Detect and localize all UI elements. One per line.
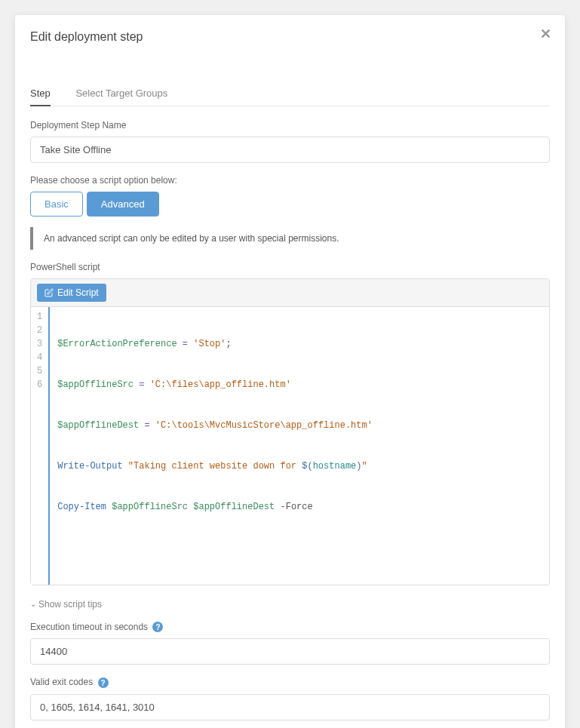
deployment-name-group: Deployment Step Name (30, 120, 550, 163)
close-icon[interactable]: ✕ (540, 26, 551, 42)
edit-deployment-modal: Edit deployment step ✕ Step Select Targe… (15, 15, 565, 728)
code-content: $ErrorActionPreference = 'Stop'; $appOff… (50, 307, 380, 585)
show-script-tips-toggle[interactable]: ⌄ Show script tips (30, 599, 102, 610)
modal-body: Step Select Target Groups Deployment Ste… (15, 51, 565, 728)
tab-bar: Step Select Target Groups (30, 81, 550, 106)
code-body[interactable]: 1 2 3 4 5 6 $ErrorActionPreference = 'St… (31, 307, 549, 585)
modal-header: Edit deployment step ✕ (15, 15, 565, 51)
timeout-input[interactable] (30, 638, 550, 665)
powershell-group: PowerShell script Edit Script 1 2 3 4 5 (30, 262, 550, 585)
deployment-name-label: Deployment Step Name (30, 120, 550, 131)
edit-script-button[interactable]: Edit Script (37, 284, 106, 302)
script-option-group: Please choose a script option below: Bas… (30, 175, 550, 250)
tab-step[interactable]: Step (30, 81, 51, 106)
advanced-button[interactable]: Advanced (87, 192, 159, 217)
edit-script-label: Edit Script (57, 287, 99, 298)
help-icon[interactable]: ? (152, 622, 163, 632)
powershell-label: PowerShell script (30, 262, 550, 272)
code-panel: Edit Script 1 2 3 4 5 6 $ErrorActionPref… (30, 278, 550, 585)
exit-codes-group: Valid exit codes ? (30, 677, 550, 720)
basic-button[interactable]: Basic (30, 192, 83, 217)
show-tips-label: Show script tips (38, 599, 102, 610)
exit-codes-label: Valid exit codes ? (30, 677, 550, 688)
edit-icon (44, 288, 54, 297)
modal-title: Edit deployment step (30, 30, 550, 44)
tab-target-groups[interactable]: Select Target Groups (75, 81, 167, 105)
timeout-group: Execution timeout in seconds ? (30, 622, 550, 665)
script-option-label: Please choose a script option below: (30, 175, 550, 186)
timeout-label: Execution timeout in seconds ? (30, 622, 550, 633)
deployment-name-input[interactable] (30, 137, 550, 163)
chevron-down-icon: ⌄ (30, 600, 36, 608)
script-option-toggle: Basic Advanced (30, 192, 550, 217)
exit-codes-input[interactable] (30, 694, 550, 720)
code-toolbar: Edit Script (31, 279, 549, 307)
advanced-note: An advanced script can only be edited by… (30, 227, 550, 250)
help-icon[interactable]: ? (98, 677, 109, 688)
code-gutter: 1 2 3 4 5 6 (31, 307, 50, 585)
